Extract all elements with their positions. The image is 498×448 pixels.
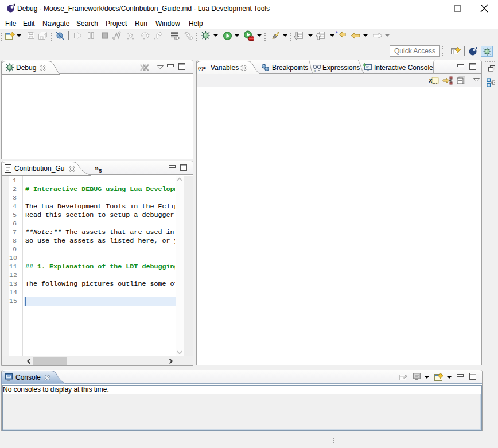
svg-text:x: x bbox=[314, 69, 316, 72]
svg-text:*: * bbox=[336, 30, 338, 37]
svg-text:=: = bbox=[318, 69, 320, 72]
